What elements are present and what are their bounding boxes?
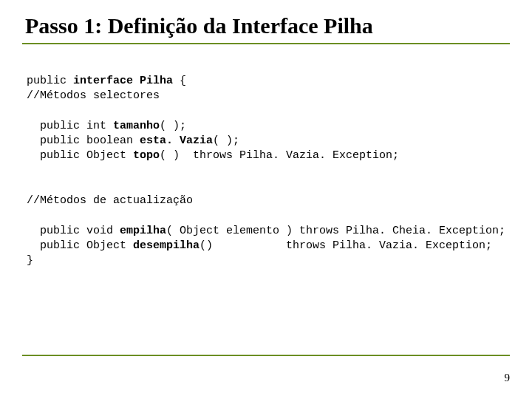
slide: Passo 1: Definição da Interface Pilha pu… xyxy=(0,0,532,399)
method-estavazia: esta. Vazia xyxy=(140,134,213,147)
bottom-rule xyxy=(22,355,510,356)
sig-suffix: ( ); xyxy=(213,134,239,147)
code-line-7: public void empilha( Object elemento ) t… xyxy=(27,225,505,237)
sig-suffix: ( Object elemento ) throws Pilha. Cheia.… xyxy=(166,225,505,237)
kw-interface: interface Pilha xyxy=(73,75,180,87)
slide-title: Passo 1: Definição da Interface Pilha xyxy=(22,13,510,38)
code-line-8: public Object desempilha() throws Pilha.… xyxy=(27,239,492,252)
sig-suffix: ( ); xyxy=(160,120,186,132)
kw-public: public xyxy=(27,75,73,87)
page-number: 9 xyxy=(505,372,511,384)
method-tamanho: tamanho xyxy=(113,120,160,132)
code-line-3: public int tamanho( ); xyxy=(27,120,186,132)
sig-prefix: public Object xyxy=(27,239,133,252)
sig-prefix: public boolean xyxy=(27,134,140,147)
method-empilha: empilha xyxy=(120,225,166,237)
code-line-6: //Métodos de actualização xyxy=(27,194,193,207)
sig-prefix: public Object xyxy=(27,149,133,162)
code-line-2: //Métodos selectores xyxy=(27,89,160,102)
method-desempilha: desempilha xyxy=(133,239,200,252)
brace-open: { xyxy=(180,75,186,87)
sig-prefix: public int xyxy=(27,120,113,132)
code-line-1: public interface Pilha { xyxy=(27,75,186,87)
code-line-4: public boolean esta. Vazia( ); xyxy=(27,134,239,147)
sig-suffix: () throws Pilha. Vazia. Exception; xyxy=(200,239,492,252)
code-line-5: public Object topo( ) throws Pilha. Vazi… xyxy=(27,149,399,162)
method-topo: topo xyxy=(133,149,160,162)
title-underline xyxy=(22,43,510,44)
code-block: public interface Pilha { //Métodos selec… xyxy=(27,74,510,268)
sig-prefix: public void xyxy=(27,225,120,237)
sig-suffix: ( ) throws Pilha. Vazia. Exception; xyxy=(160,149,399,162)
code-line-9: } xyxy=(27,254,33,267)
